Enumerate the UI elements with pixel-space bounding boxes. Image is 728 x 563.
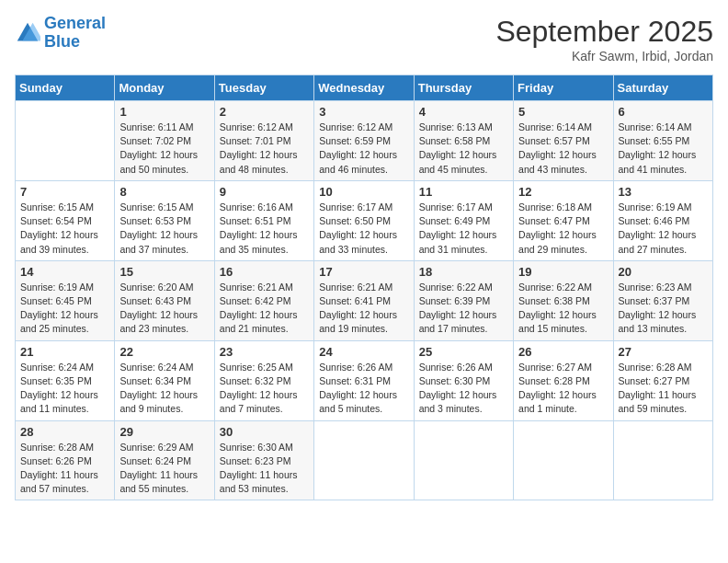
day-number: 25 [419, 345, 508, 359]
day-number: 26 [518, 345, 608, 359]
cell-details: Sunrise: 6:30 AM Sunset: 6:23 PM Dayligh… [220, 441, 309, 497]
calendar-cell: 14Sunrise: 6:19 AM Sunset: 6:45 PM Dayli… [16, 260, 115, 340]
calendar-cell: 30Sunrise: 6:30 AM Sunset: 6:23 PM Dayli… [214, 420, 313, 500]
cell-details: Sunrise: 6:24 AM Sunset: 6:35 PM Dayligh… [20, 361, 109, 417]
cell-details: Sunrise: 6:19 AM Sunset: 6:45 PM Dayligh… [20, 281, 109, 337]
calendar-cell [514, 420, 613, 500]
cell-details: Sunrise: 6:17 AM Sunset: 6:50 PM Dayligh… [319, 201, 408, 257]
calendar-week-2: 7Sunrise: 6:15 AM Sunset: 6:54 PM Daylig… [16, 180, 713, 260]
cell-details: Sunrise: 6:18 AM Sunset: 6:47 PM Dayligh… [518, 201, 608, 257]
day-number: 21 [20, 345, 109, 359]
day-number: 8 [119, 185, 209, 199]
cell-details: Sunrise: 6:12 AM Sunset: 7:01 PM Dayligh… [220, 121, 309, 177]
cell-details: Sunrise: 6:28 AM Sunset: 6:27 PM Dayligh… [619, 361, 708, 417]
calendar-cell: 7Sunrise: 6:15 AM Sunset: 6:54 PM Daylig… [16, 180, 115, 260]
cell-details: Sunrise: 6:28 AM Sunset: 6:26 PM Dayligh… [20, 441, 109, 497]
cell-details: Sunrise: 6:17 AM Sunset: 6:49 PM Dayligh… [419, 201, 508, 257]
title-block: September 2025 Kafr Sawm, Irbid, Jordan [495, 15, 713, 63]
calendar-cell [16, 101, 115, 181]
calendar-cell: 21Sunrise: 6:24 AM Sunset: 6:35 PM Dayli… [16, 340, 115, 420]
calendar-cell: 17Sunrise: 6:21 AM Sunset: 6:41 PM Dayli… [314, 260, 414, 340]
day-number: 14 [20, 265, 109, 279]
calendar-cell: 8Sunrise: 6:15 AM Sunset: 6:53 PM Daylig… [115, 180, 214, 260]
day-number: 28 [20, 425, 109, 439]
calendar-cell: 15Sunrise: 6:20 AM Sunset: 6:43 PM Dayli… [115, 260, 214, 340]
cell-details: Sunrise: 6:22 AM Sunset: 6:38 PM Dayligh… [518, 281, 608, 337]
day-number: 3 [319, 105, 408, 119]
cell-details: Sunrise: 6:21 AM Sunset: 6:42 PM Dayligh… [220, 281, 309, 337]
calendar-cell [414, 420, 513, 500]
cell-details: Sunrise: 6:23 AM Sunset: 6:37 PM Dayligh… [619, 281, 708, 337]
calendar-cell: 22Sunrise: 6:24 AM Sunset: 6:34 PM Dayli… [115, 340, 214, 420]
day-number: 7 [20, 185, 109, 199]
calendar-cell: 25Sunrise: 6:26 AM Sunset: 6:30 PM Dayli… [414, 340, 513, 420]
cell-details: Sunrise: 6:20 AM Sunset: 6:43 PM Dayligh… [119, 281, 209, 337]
day-number: 24 [319, 345, 408, 359]
calendar-cell: 24Sunrise: 6:26 AM Sunset: 6:31 PM Dayli… [314, 340, 414, 420]
calendar-cell: 12Sunrise: 6:18 AM Sunset: 6:47 PM Dayli… [514, 180, 613, 260]
calendar-cell: 27Sunrise: 6:28 AM Sunset: 6:27 PM Dayli… [613, 340, 712, 420]
calendar-table: SundayMondayTuesdayWednesdayThursdayFrid… [15, 75, 713, 500]
calendar-cell: 29Sunrise: 6:29 AM Sunset: 6:24 PM Dayli… [115, 420, 214, 500]
calendar-body: 1Sunrise: 6:11 AM Sunset: 7:02 PM Daylig… [16, 101, 713, 500]
logo-text: General Blue [44, 15, 106, 52]
cell-details: Sunrise: 6:26 AM Sunset: 6:30 PM Dayligh… [419, 361, 508, 417]
logo-line1: General [44, 14, 106, 32]
weekday-row: SundayMondayTuesdayWednesdayThursdayFrid… [16, 75, 713, 101]
cell-details: Sunrise: 6:21 AM Sunset: 6:41 PM Dayligh… [319, 281, 408, 337]
cell-details: Sunrise: 6:24 AM Sunset: 6:34 PM Dayligh… [119, 361, 209, 417]
day-number: 19 [518, 265, 608, 279]
day-number: 18 [419, 265, 508, 279]
calendar-cell: 19Sunrise: 6:22 AM Sunset: 6:38 PM Dayli… [514, 260, 613, 340]
cell-details: Sunrise: 6:14 AM Sunset: 6:55 PM Dayligh… [619, 121, 708, 177]
calendar-cell [613, 420, 712, 500]
day-number: 5 [518, 105, 608, 119]
day-number: 13 [619, 185, 708, 199]
calendar-cell [314, 420, 414, 500]
weekday-header-sunday: Sunday [16, 75, 115, 101]
calendar-week-4: 21Sunrise: 6:24 AM Sunset: 6:35 PM Dayli… [16, 340, 713, 420]
weekday-header-wednesday: Wednesday [314, 75, 414, 101]
calendar-cell: 18Sunrise: 6:22 AM Sunset: 6:39 PM Dayli… [414, 260, 513, 340]
calendar-cell: 13Sunrise: 6:19 AM Sunset: 6:46 PM Dayli… [613, 180, 712, 260]
calendar-header: SundayMondayTuesdayWednesdayThursdayFrid… [16, 75, 713, 101]
day-number: 15 [119, 265, 209, 279]
cell-details: Sunrise: 6:16 AM Sunset: 6:51 PM Dayligh… [220, 201, 309, 257]
day-number: 9 [220, 185, 309, 199]
day-number: 16 [220, 265, 309, 279]
weekday-header-friday: Friday [514, 75, 613, 101]
page-header: General Blue September 2025 Kafr Sawm, I… [15, 15, 713, 63]
calendar-cell: 5Sunrise: 6:14 AM Sunset: 6:57 PM Daylig… [514, 101, 613, 181]
cell-details: Sunrise: 6:12 AM Sunset: 6:59 PM Dayligh… [319, 121, 408, 177]
weekday-header-monday: Monday [115, 75, 214, 101]
day-number: 12 [518, 185, 608, 199]
calendar-cell: 26Sunrise: 6:27 AM Sunset: 6:28 PM Dayli… [514, 340, 613, 420]
day-number: 11 [419, 185, 508, 199]
cell-details: Sunrise: 6:15 AM Sunset: 6:53 PM Dayligh… [119, 201, 209, 257]
calendar-week-1: 1Sunrise: 6:11 AM Sunset: 7:02 PM Daylig… [16, 101, 713, 181]
logo-icon [15, 20, 40, 46]
cell-details: Sunrise: 6:26 AM Sunset: 6:31 PM Dayligh… [319, 361, 408, 417]
month-title: September 2025 [495, 15, 713, 49]
location: Kafr Sawm, Irbid, Jordan [495, 49, 713, 63]
cell-details: Sunrise: 6:14 AM Sunset: 6:57 PM Dayligh… [518, 121, 608, 177]
calendar-cell: 4Sunrise: 6:13 AM Sunset: 6:58 PM Daylig… [414, 101, 513, 181]
day-number: 10 [319, 185, 408, 199]
day-number: 29 [119, 425, 209, 439]
calendar-cell: 11Sunrise: 6:17 AM Sunset: 6:49 PM Dayli… [414, 180, 513, 260]
cell-details: Sunrise: 6:29 AM Sunset: 6:24 PM Dayligh… [119, 441, 209, 497]
calendar-cell: 23Sunrise: 6:25 AM Sunset: 6:32 PM Dayli… [214, 340, 313, 420]
cell-details: Sunrise: 6:15 AM Sunset: 6:54 PM Dayligh… [20, 201, 109, 257]
calendar-cell: 10Sunrise: 6:17 AM Sunset: 6:50 PM Dayli… [314, 180, 414, 260]
cell-details: Sunrise: 6:11 AM Sunset: 7:02 PM Dayligh… [119, 121, 209, 177]
cell-details: Sunrise: 6:22 AM Sunset: 6:39 PM Dayligh… [419, 281, 508, 337]
calendar-cell: 1Sunrise: 6:11 AM Sunset: 7:02 PM Daylig… [115, 101, 214, 181]
calendar-week-3: 14Sunrise: 6:19 AM Sunset: 6:45 PM Dayli… [16, 260, 713, 340]
weekday-header-tuesday: Tuesday [214, 75, 313, 101]
day-number: 6 [619, 105, 708, 119]
day-number: 2 [220, 105, 309, 119]
day-number: 30 [220, 425, 309, 439]
day-number: 22 [119, 345, 209, 359]
calendar-cell: 16Sunrise: 6:21 AM Sunset: 6:42 PM Dayli… [214, 260, 313, 340]
logo: General Blue [15, 15, 106, 52]
